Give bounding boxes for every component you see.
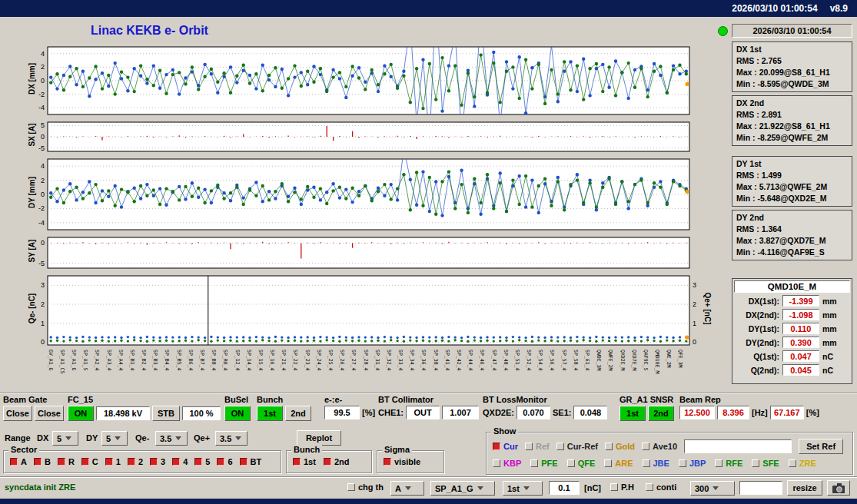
- busel-on-button[interactable]: ON: [224, 406, 251, 421]
- checkbox-2nd[interactable]: 2nd: [324, 457, 350, 466]
- bpm-label: SP_A1_C5: [59, 350, 65, 373]
- page-title: Linac KEKB e- Orbit: [91, 24, 208, 38]
- svg-text:3: 3: [693, 281, 696, 289]
- camera-button[interactable]: [827, 480, 850, 496]
- checkbox-4[interactable]: 4: [172, 457, 188, 466]
- bt-lossmonitor-title: BT LossMonitor: [483, 395, 607, 404]
- fc15-on-button[interactable]: ON: [68, 406, 94, 421]
- checkbox-cur-ref[interactable]: Cur-Ref: [556, 442, 598, 451]
- checkbox-sfe[interactable]: SFE: [752, 459, 779, 468]
- bpm-label: SP_36_4: [420, 350, 427, 370]
- bpm-label: SP_23_4: [304, 350, 311, 370]
- checkbox-jbe[interactable]: JBE: [643, 459, 669, 468]
- checkbox-label: KBP: [503, 459, 521, 468]
- fc15-kv-display: 18.498 kV: [96, 406, 150, 420]
- qmd-row-unit: mm: [822, 310, 837, 320]
- range-dx-label: DX: [37, 433, 48, 443]
- threshold-input[interactable]: [549, 481, 580, 495]
- bpm-label: SP_42_4: [456, 350, 462, 370]
- chg-th-checkbox[interactable]: chg th: [347, 482, 384, 492]
- svg-text:1: 1: [41, 320, 45, 327]
- bpm-label: QMD10E_M: [654, 350, 660, 373]
- bunch-1st-button[interactable]: 1st: [257, 406, 283, 421]
- set-ref-button[interactable]: Set Ref: [799, 439, 843, 454]
- checkbox-pfe[interactable]: PFE: [530, 459, 557, 468]
- bunch-order-select[interactable]: 1st: [503, 481, 543, 496]
- checkbox-3[interactable]: 3: [150, 457, 165, 466]
- interval-select[interactable]: 300: [690, 481, 735, 496]
- checkbox-a[interactable]: A: [10, 457, 27, 466]
- range-qem-select[interactable]: 3.5: [155, 431, 188, 446]
- range-dy-select[interactable]: 5: [101, 431, 128, 446]
- qmd-row-value: 0.110: [782, 323, 819, 334]
- stat-title: DX 2nd: [736, 98, 848, 109]
- beam-gate-close-2-button[interactable]: Close: [35, 406, 64, 421]
- timestamp-box: 2026/03/10 01:00:54: [732, 24, 852, 38]
- svg-text:0: 0: [41, 133, 45, 141]
- bpm-label: SP_33_4: [397, 350, 404, 370]
- checkbox-1[interactable]: 1: [105, 457, 121, 466]
- checkbox-6[interactable]: 6: [217, 457, 232, 466]
- bunch-2nd-button[interactable]: 2nd: [285, 406, 311, 421]
- stat-max: Max : 21.922@S8_61_H1: [736, 121, 848, 132]
- checkbox-kbp[interactable]: KBP: [493, 459, 521, 468]
- checkbox-label: C: [92, 457, 98, 466]
- checkbox-qfe[interactable]: QFE: [567, 459, 596, 468]
- checkbox-zre[interactable]: ZRE: [789, 459, 816, 468]
- checkbox-5[interactable]: 5: [194, 457, 210, 466]
- chevron-down-icon: [477, 486, 483, 490]
- qmd-row-value: -1.098: [782, 309, 819, 320]
- checkbox-rfe[interactable]: RFE: [715, 459, 742, 468]
- checkbox-ave10[interactable]: Ave10: [642, 442, 677, 451]
- checkbox-1st[interactable]: 1st: [293, 457, 316, 466]
- checkbox-visible[interactable]: visible: [384, 457, 420, 466]
- checkbox-box: [81, 458, 89, 466]
- ref-name-input[interactable]: [684, 439, 792, 453]
- checkbox-r[interactable]: R: [58, 457, 75, 466]
- checkbox-c[interactable]: C: [81, 457, 98, 466]
- ph-checkbox[interactable]: P.H: [610, 482, 634, 492]
- checkbox-b[interactable]: B: [34, 457, 51, 466]
- conti-checkbox[interactable]: conti: [646, 482, 676, 492]
- checkbox-ref[interactable]: Ref: [525, 442, 550, 451]
- svg-text:0: 0: [41, 239, 45, 247]
- svg-text:3: 3: [41, 281, 45, 289]
- checkbox-box: [105, 458, 113, 466]
- gr-snsr-1st-button[interactable]: 1st: [619, 406, 646, 421]
- range-dx-select[interactable]: 5: [52, 431, 78, 446]
- gr-snsr-2nd-button[interactable]: 2nd: [648, 406, 674, 421]
- bpm-select[interactable]: SP_A1_G: [430, 481, 495, 496]
- checkbox-cur[interactable]: Cur: [493, 442, 518, 451]
- checkbox-box: [240, 458, 247, 466]
- checkbox-jbp[interactable]: JBP: [679, 459, 706, 468]
- bpm-label: SP_B1_4: [129, 350, 135, 370]
- replot-button[interactable]: Replot: [297, 430, 341, 446]
- che1-label: CHE1:: [378, 408, 404, 417]
- qmd-row-value: 0.047: [782, 350, 819, 362]
- fc15-stb-button[interactable]: STB: [152, 406, 180, 421]
- resize-button[interactable]: resize: [787, 480, 822, 496]
- checkbox-box: [556, 443, 564, 450]
- checkbox-label: ARE: [615, 459, 633, 468]
- range-qep-select[interactable]: 3.5: [215, 431, 247, 446]
- checkbox-box: [34, 458, 42, 466]
- qmd-row-label: DY(1st):: [735, 324, 779, 333]
- sy-steering-plot: 0-5: [23, 235, 699, 270]
- sector-select[interactable]: A: [390, 481, 424, 496]
- checkbox-bt[interactable]: BT: [240, 457, 262, 466]
- svg-text:0: 0: [693, 338, 696, 346]
- checkbox-label: JBE: [653, 459, 669, 468]
- stat-rms: RMS : 1.499: [736, 170, 848, 181]
- beam-gate-close-1-button[interactable]: Close: [3, 406, 32, 421]
- stat-max: Max : 20.099@S8_61_H1: [736, 67, 848, 78]
- camera-icon: [832, 482, 845, 494]
- checkbox-are[interactable]: ARE: [604, 459, 633, 468]
- svg-text:5: 5: [41, 121, 45, 129]
- checkbox-gold[interactable]: Gold: [605, 442, 635, 451]
- checkbox-2[interactable]: 2: [128, 457, 143, 466]
- x-axis-labels: GV_A1_GSP_A1_C5SP_A1_GSP_A1_SSP_A2_4SP_A…: [48, 349, 689, 393]
- checkbox-label: JBP: [689, 459, 706, 468]
- beam-gate-title: Beam Gate: [3, 395, 64, 404]
- bpm-label: SP_B7_4: [199, 350, 205, 370]
- aux-input[interactable]: [739, 481, 782, 495]
